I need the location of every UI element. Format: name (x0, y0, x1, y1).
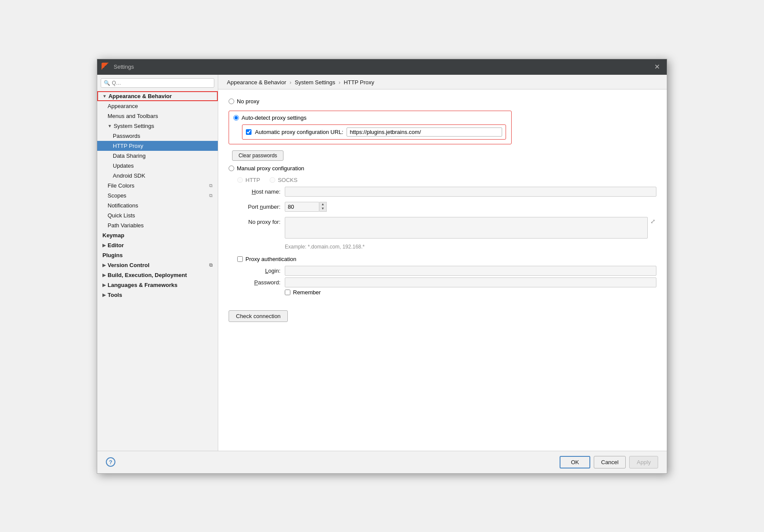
sidebar-item-label: Scopes (108, 192, 126, 199)
sidebar-item-label: Passwords (113, 133, 140, 139)
sidebar-item-scopes[interactable]: Scopes ⧉ (97, 191, 218, 201)
sidebar-item-quick-lists[interactable]: Quick Lists (97, 210, 218, 220)
manual-proxy-label[interactable]: Manual proxy configuration (237, 165, 304, 172)
search-input[interactable] (112, 80, 211, 86)
proxy-auth-text: Proxy authentication (245, 256, 296, 262)
expand-icon: ▶ (102, 243, 106, 248)
sidebar-item-build-execution[interactable]: ▶ Build, Execution, Deployment (97, 270, 218, 280)
port-down-button[interactable]: ▼ (319, 207, 326, 211)
port-up-button[interactable]: ▲ (319, 202, 326, 207)
proxy-auth-label[interactable]: Proxy authentication (237, 256, 656, 262)
settings-dialog: Settings ✕ 🔍 ▼ Appearance & Behavior App… (97, 59, 667, 474)
config-url-label[interactable]: Automatic proxy configuration URL: (255, 129, 343, 135)
port-number-label: Port number: (229, 204, 285, 210)
sidebar-item-keymap[interactable]: Keymap (97, 230, 218, 240)
copy-icon: ⧉ (209, 183, 213, 188)
remember-checkbox[interactable] (285, 290, 290, 295)
no-proxy-label[interactable]: No proxy (237, 98, 259, 105)
check-connection-button[interactable]: Check connection (229, 310, 288, 322)
sidebar-item-label: Data Sharing (113, 153, 146, 159)
sidebar-item-path-variables[interactable]: Path Variables (97, 220, 218, 230)
login-input[interactable] (285, 266, 656, 276)
expand-icon: ▶ (102, 273, 106, 277)
config-url-checkbox[interactable] (246, 129, 251, 135)
copy-icon: ⧉ (209, 262, 213, 268)
sidebar-item-appearance-behavior[interactable]: ▼ Appearance & Behavior (97, 91, 218, 101)
http-type-radio[interactable] (237, 177, 243, 183)
sidebar-item-tools[interactable]: ▶ Tools (97, 290, 218, 300)
close-button[interactable]: ✕ (652, 62, 662, 72)
help-button[interactable]: ? (106, 457, 115, 467)
port-number-input[interactable] (285, 202, 319, 212)
auto-detect-label[interactable]: Auto-detect proxy settings (242, 115, 306, 121)
ok-button[interactable]: OK (560, 456, 590, 468)
proxy-section: No proxy Auto-detect proxy settings Auto… (229, 98, 656, 322)
sidebar-item-android-sdk[interactable]: Android SDK (97, 171, 218, 181)
bottom-bar: ? OK Cancel Apply (97, 451, 667, 473)
example-text: Example: *.domain.com, 192.168.* (285, 244, 656, 250)
sidebar-item-plugins[interactable]: Plugins (97, 250, 218, 260)
sidebar: 🔍 ▼ Appearance & Behavior Appearance Men… (97, 75, 218, 451)
remember-label[interactable]: Remember (285, 289, 656, 296)
password-row: Password: (229, 277, 656, 287)
sidebar-item-passwords[interactable]: Passwords (97, 131, 218, 141)
sidebar-item-label: System Settings (114, 123, 154, 129)
socks-type-radio[interactable] (270, 177, 275, 183)
bottom-buttons: OK Cancel Apply (560, 456, 658, 468)
password-label: Password: (229, 279, 285, 286)
host-name-input[interactable] (285, 187, 656, 197)
port-spinner: ▲ ▼ (319, 202, 327, 212)
proxy-auth-checkbox[interactable] (237, 256, 243, 262)
cancel-button[interactable]: Cancel (594, 456, 626, 468)
sidebar-item-label: Updates (113, 162, 134, 169)
nav-tree: ▼ Appearance & Behavior Appearance Menus… (97, 89, 218, 451)
sidebar-item-notifications[interactable]: Notifications (97, 201, 218, 210)
search-box[interactable]: 🔍 (101, 78, 214, 88)
expand-textarea-icon[interactable]: ⤢ (649, 217, 656, 226)
dialog-body: 🔍 ▼ Appearance & Behavior Appearance Men… (97, 75, 667, 451)
no-proxy-radio[interactable] (229, 99, 234, 104)
login-label: Login: (229, 268, 285, 274)
sidebar-item-label: Menus and Toolbars (108, 113, 158, 119)
sidebar-item-label: Appearance & Behavior (108, 93, 172, 99)
socks-type-label: SOCKS (278, 177, 298, 183)
proxy-auth-section: Proxy authentication Login: Password: (229, 256, 656, 296)
expand-icon: ▶ (102, 293, 106, 297)
sidebar-item-file-colors[interactable]: File Colors ⧉ (97, 181, 218, 191)
app-icon (102, 63, 110, 71)
breadcrumb: Appearance & Behavior › System Settings … (218, 75, 667, 89)
manual-proxy-block: Manual proxy configuration HTTP SOCKS (229, 165, 656, 296)
sidebar-item-version-control[interactable]: ▶ Version Control ⧉ (97, 260, 218, 270)
sidebar-item-label: Path Variables (108, 222, 144, 229)
apply-button[interactable]: Apply (629, 456, 658, 468)
sidebar-item-label: Plugins (102, 252, 123, 258)
http-socks-row: HTTP SOCKS (237, 177, 656, 183)
sidebar-item-label: Build, Execution, Deployment (108, 272, 187, 278)
manual-proxy-row: Manual proxy configuration (229, 165, 656, 172)
manual-proxy-radio[interactable] (229, 166, 234, 171)
sidebar-item-data-sharing[interactable]: Data Sharing (97, 151, 218, 161)
config-url-row: Automatic proxy configuration URL: (242, 124, 506, 140)
port-number-row: Port number: ▲ ▼ (229, 202, 656, 212)
host-name-row: Host name: (229, 187, 656, 197)
sidebar-item-label: Tools (108, 292, 122, 298)
sidebar-item-languages-frameworks[interactable]: ▶ Languages & Frameworks (97, 280, 218, 290)
sidebar-item-label: Appearance (108, 103, 138, 109)
login-row: Login: (229, 266, 656, 276)
sidebar-item-system-settings[interactable]: ▼ System Settings (97, 121, 218, 131)
copy-icon: ⧉ (209, 193, 213, 198)
auto-detect-radio[interactable] (233, 115, 239, 121)
collapse-icon: ▼ (102, 94, 107, 99)
sidebar-item-label: Android SDK (113, 172, 145, 179)
clear-passwords-button[interactable]: Clear passwords (232, 150, 283, 161)
content-area: No proxy Auto-detect proxy settings Auto… (218, 89, 667, 451)
sidebar-item-http-proxy[interactable]: HTTP Proxy (97, 141, 218, 151)
sidebar-item-editor[interactable]: ▶ Editor (97, 240, 218, 250)
sidebar-item-menus-toolbars[interactable]: Menus and Toolbars (97, 111, 218, 121)
config-url-input[interactable] (347, 127, 502, 137)
sidebar-item-updates[interactable]: Updates (97, 161, 218, 171)
password-input[interactable] (285, 277, 656, 287)
no-proxy-row: No proxy (229, 98, 656, 105)
no-proxy-for-input[interactable] (285, 217, 648, 239)
sidebar-item-appearance[interactable]: Appearance (97, 101, 218, 111)
